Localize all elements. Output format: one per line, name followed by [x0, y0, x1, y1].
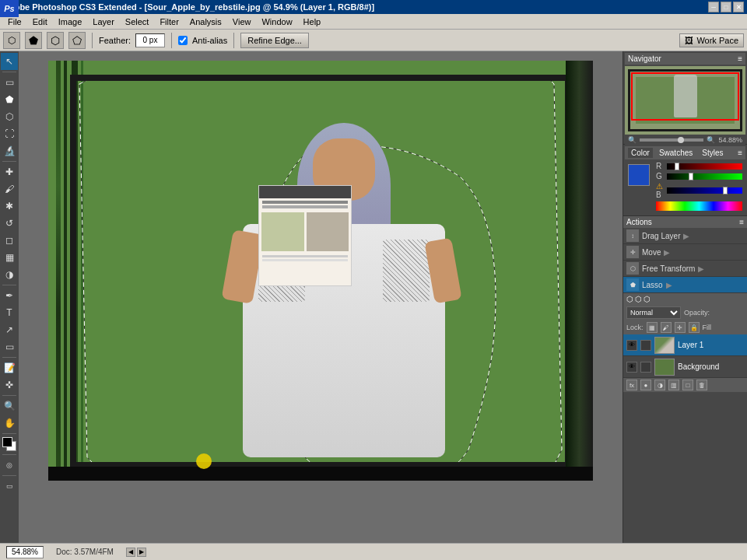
b-handle[interactable]	[723, 187, 728, 194]
nav-left-arrow[interactable]: ◀	[126, 548, 135, 557]
menu-bar: File Edit Image Layer Select Filter Anal…	[0, 14, 747, 30]
close-button[interactable]: ✕	[733, 2, 744, 12]
action-free-transform[interactable]: ⬡ Free Transform ▶	[623, 261, 747, 277]
streak-2	[64, 61, 67, 481]
zoom-slider[interactable]	[640, 138, 703, 142]
menu-edit[interactable]: Edit	[28, 16, 52, 27]
menu-help[interactable]: Help	[299, 16, 326, 27]
action-move[interactable]: ✛ Move ▶	[623, 244, 747, 261]
color-swatches[interactable]	[2, 437, 16, 451]
workspace-button[interactable]: 🖼 Work Pace	[679, 33, 744, 47]
heal-tool[interactable]: ✚	[1, 163, 18, 180]
lock-trans-btn[interactable]: ▦	[647, 322, 658, 333]
g-slider[interactable]	[667, 173, 742, 180]
zoom-input[interactable]	[6, 546, 44, 558]
menu-window[interactable]: Window	[257, 16, 296, 27]
notes-tool[interactable]: 📝	[1, 359, 18, 376]
action-drag-layer[interactable]: ↕ Drag Layer ▶	[623, 228, 747, 244]
zoom-handle[interactable]	[678, 137, 684, 143]
text-tool[interactable]: T	[1, 304, 18, 321]
layer-group-btn[interactable]: ▥	[668, 380, 679, 390]
menu-filter[interactable]: Filter	[155, 16, 183, 27]
color-panel-menu[interactable]: ≡	[738, 149, 742, 157]
lock-move-btn[interactable]: ✛	[675, 322, 686, 333]
dodge-tool[interactable]: ◑	[1, 266, 18, 283]
foreground-color[interactable]	[2, 437, 12, 447]
menu-file[interactable]: File	[3, 16, 26, 27]
style-icon-3: ⬡	[644, 295, 651, 303]
magnetic-lasso-icon[interactable]: ⬠	[68, 32, 86, 49]
tab-color[interactable]: Color	[628, 148, 653, 158]
marquee-tool[interactable]: ▭	[1, 74, 18, 91]
quick-select-tool[interactable]: ⬡	[1, 108, 18, 125]
separator7	[2, 454, 16, 455]
menu-analysis[interactable]: Analysis	[185, 16, 226, 27]
action-lasso[interactable]: ⬟ Lasso ▶	[623, 277, 747, 293]
lasso-tool-icon[interactable]: ⬟	[25, 32, 42, 49]
menu-view[interactable]: View	[228, 16, 256, 27]
clone-tool[interactable]: ✱	[1, 198, 18, 215]
nav-menu-icon[interactable]: ≡	[738, 54, 742, 63]
r-handle[interactable]	[675, 163, 679, 170]
nav-right-arrow[interactable]: ▶	[137, 548, 146, 557]
tab-styles[interactable]: Styles	[699, 148, 726, 158]
crop-tool[interactable]: ⛶	[1, 125, 18, 142]
eyedropper2-tool[interactable]: ✜	[1, 376, 18, 394]
background-visibility[interactable]: 👁	[626, 362, 637, 373]
eraser-tool[interactable]: ◻	[1, 232, 18, 249]
warning-icon: ⚠	[656, 182, 663, 191]
layer-delete-btn[interactable]: 🗑	[696, 380, 707, 390]
style-icon-2: ⬡	[635, 295, 642, 303]
menu-layer[interactable]: Layer	[88, 16, 119, 27]
layer1-visibility[interactable]: 👁	[626, 340, 637, 351]
maximize-button[interactable]: □	[721, 2, 731, 12]
history-brush[interactable]: ↺	[1, 215, 18, 232]
lock-paint-btn[interactable]: 🖌	[661, 322, 672, 333]
tab-swatches[interactable]: Swatches	[656, 148, 696, 158]
window-title: Adobe Photoshop CS3 Extended - [Sour_App…	[3, 2, 708, 12]
poly-lasso-icon[interactable]: ⬡	[47, 32, 64, 49]
layer-new-btn[interactable]: □	[682, 380, 693, 390]
feather-input[interactable]	[135, 33, 165, 47]
layer-row-background[interactable]: 👁 Background	[623, 356, 747, 378]
zoom-out-icon[interactable]: 🔍	[628, 136, 637, 144]
quick-mask-tool[interactable]: ◎	[1, 457, 18, 474]
r-slider[interactable]	[667, 163, 742, 170]
menu-select[interactable]: Select	[121, 16, 154, 27]
layer1-link[interactable]	[640, 340, 651, 351]
brush-tool[interactable]: 🖌	[1, 180, 18, 198]
move-tool[interactable]: ↖	[1, 53, 18, 70]
antialias-checkbox[interactable]	[178, 36, 188, 45]
blend-mode-select[interactable]: Normal Multiply Screen Overlay	[626, 306, 681, 319]
action-free-transform-label: Free Transform	[642, 264, 695, 273]
menu-image[interactable]: Image	[54, 16, 87, 27]
background-link[interactable]	[640, 362, 651, 373]
actions-menu[interactable]: ≡	[739, 218, 744, 226]
refine-edge-button[interactable]: Refine Edge...	[240, 33, 309, 48]
tool-preset-picker[interactable]: ⬡	[3, 32, 20, 49]
path-select-tool[interactable]: ↗	[1, 321, 18, 338]
hand-tool[interactable]: ✋	[1, 415, 18, 432]
g-handle[interactable]	[689, 173, 693, 180]
eyedropper-tool[interactable]: 🔬	[1, 142, 18, 159]
b-slider[interactable]	[667, 187, 742, 194]
color-spectrum[interactable]	[656, 201, 742, 211]
shape-tool[interactable]: ▭	[1, 338, 18, 355]
active-color-swatch[interactable]	[628, 164, 650, 186]
zoom-tool[interactable]: 🔍	[1, 397, 18, 415]
pen-tool[interactable]: ✒	[1, 287, 18, 304]
lock-all-btn[interactable]: 🔒	[689, 322, 700, 333]
lock-bar: Lock: ▦ 🖌 ✛ 🔒 Fill	[623, 320, 747, 334]
separator5	[2, 395, 16, 396]
layer-new-fill-btn[interactable]: ●	[640, 380, 651, 390]
layer-row-layer1[interactable]: 👁 Layer 1	[623, 334, 747, 356]
screen-mode[interactable]: ▭	[1, 478, 18, 495]
zoom-in-icon[interactable]: 🔍	[707, 136, 715, 144]
gradient-tool[interactable]: ▦	[1, 249, 18, 266]
layer-new-adj-btn[interactable]: ◑	[654, 380, 665, 390]
action-drag-layer-label: Drag Layer	[642, 232, 680, 240]
lasso-tool[interactable]: ⬟	[1, 91, 18, 108]
separator	[2, 72, 16, 72]
minimize-button[interactable]: ─	[708, 2, 719, 12]
layer-fx-btn[interactable]: fx	[626, 380, 637, 390]
